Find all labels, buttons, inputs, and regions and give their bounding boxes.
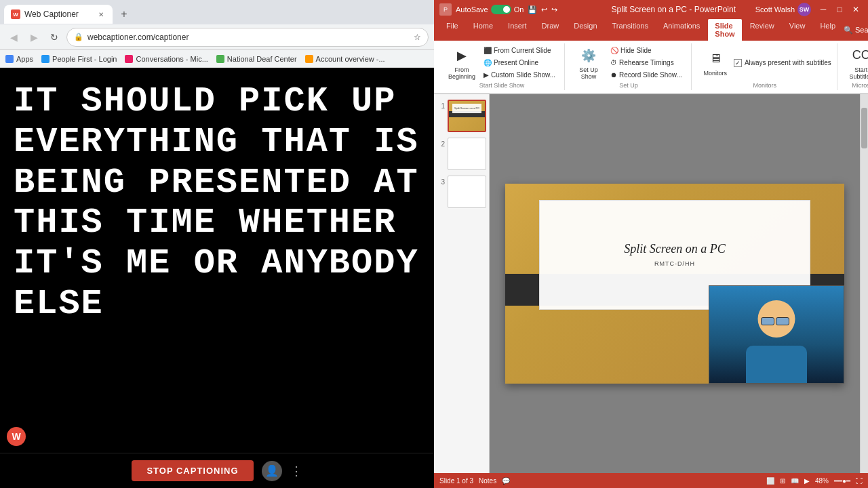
setup-label: Set Up Show [572, 66, 605, 80]
user-avatar-btn[interactable]: 👤 [262, 461, 282, 481]
bookmark-favicon-apps [5, 55, 14, 63]
comments-icon[interactable]: 💬 [502, 477, 510, 485]
person-body [746, 346, 807, 383]
save-icon[interactable]: 💾 [528, 5, 537, 14]
hide-slide-btn[interactable]: 🚫 Hide Slide [607, 45, 686, 56]
redo-icon[interactable]: ↪ [551, 5, 557, 14]
more-options-btn[interactable]: ⋮ [290, 464, 302, 479]
bookmark-label-pf: People First - Login [52, 55, 117, 63]
tab-view[interactable]: View [783, 19, 812, 41]
always-present-label: Always present with subtitles [745, 59, 831, 66]
bookmark-account[interactable]: Account overview -... [305, 55, 385, 63]
ribbon-group-start-slideshow: ▶ From Beginning ⬛ From Current Slide 🌐 … [439, 43, 565, 90]
tab-design[interactable]: Design [567, 19, 604, 41]
view-slide-sorter-btn[interactable]: ⊞ [780, 477, 785, 485]
ribbon-content: ▶ From Beginning ⬛ From Current Slide 🌐 … [434, 41, 868, 94]
slide-scrollbar[interactable] [860, 94, 868, 473]
slide-preview-1[interactable]: Split Screen on a PC [448, 100, 486, 132]
stop-captioning-button[interactable]: STOP CAPTIONING [132, 460, 253, 481]
browser-tab-webcaptioner[interactable]: W Web Captioner ✕ [4, 5, 113, 24]
bookmark-conversations[interactable]: Conversations - Mic... [125, 55, 208, 63]
back-btn[interactable]: ◀ [5, 29, 22, 45]
tab-home[interactable]: Home [467, 19, 500, 41]
user-name: Scott Walsh [755, 5, 795, 14]
slide-preview-2[interactable] [448, 138, 486, 170]
autosave-area: AutoSave On [456, 5, 524, 14]
ppt-window-title: Split Screen on a PC - PowerPoint [597, 5, 750, 14]
from-current-slide-btn[interactable]: ⬛ From Current Slide [480, 45, 559, 56]
notes-btn[interactable]: Notes [479, 477, 496, 485]
slideshow-buttons: ▶ From Beginning ⬛ From Current Slide 🌐 … [445, 45, 559, 81]
monitors-label: Monitors [704, 70, 728, 77]
ribbon-group-monitors: 🖥 Monitors ✓ Always present with subtitl… [693, 43, 837, 90]
bookmark-people-login[interactable]: People First - Login [41, 55, 117, 63]
always-present-row: ✓ Always present with subtitles [734, 59, 831, 67]
undo-icon[interactable]: ↩ [541, 5, 547, 14]
from-current-icon: ⬛ [484, 47, 492, 54]
main-slide-area: Split Screen on a PC RMTC-D/HH [490, 94, 860, 473]
always-present-checkbox[interactable]: ✓ [734, 59, 742, 67]
bookmark-label-acc: Account overview -... [316, 55, 385, 63]
bookmark-ndc[interactable]: National Deaf Center [216, 55, 297, 63]
slide-panel: 1 Split Screen on a PC 2 3 [434, 94, 490, 473]
status-left: Slide 1 of 3 Notes 💬 [439, 477, 510, 485]
autosave-toggle[interactable] [491, 5, 511, 14]
fit-slide-btn[interactable]: ⛶ [856, 477, 863, 485]
webcaptioner-panel: W Web Captioner ✕ + ◀ ▶ ↻ 🔒 webcaptioner… [0, 0, 434, 488]
group-title-setup: Set Up [619, 81, 638, 89]
view-normal-btn[interactable]: ⬜ [766, 477, 774, 485]
view-reading-btn[interactable]: 📖 [791, 477, 799, 485]
slide-count-status: Slide 1 of 3 [439, 477, 473, 485]
address-bar[interactable]: 🔒 webcaptioner.com/captioner ☆ [66, 28, 429, 47]
tab-slideshow[interactable]: Slide Show [708, 19, 741, 41]
bookmark-label-ndc: National Deaf Center [227, 55, 297, 63]
tab-close-btn[interactable]: ✕ [96, 9, 106, 19]
slide-thumb-3: 3 [437, 176, 486, 208]
tab-help[interactable]: Help [813, 19, 842, 41]
tab-draw[interactable]: Draw [535, 19, 566, 41]
group-title-start-slideshow: Start Slide Show [479, 81, 525, 89]
star-icon: ☆ [414, 33, 421, 42]
new-tab-button[interactable]: + [115, 5, 133, 23]
record-label: Record Slide Show... [619, 71, 682, 79]
monitors-btn[interactable]: 🖥 Monitors [698, 45, 732, 81]
tab-favicon: W [11, 9, 20, 19]
ppt-statusbar: Slide 1 of 3 Notes 💬 ⬜ ⊞ 📖 ▶ 48% ━━●━ ⛶ [434, 473, 868, 488]
tab-review[interactable]: Review [743, 19, 781, 41]
zoom-slider[interactable]: ━━●━ [834, 477, 850, 485]
forward-btn[interactable]: ▶ [26, 29, 42, 45]
tab-file[interactable]: File [439, 19, 465, 41]
record-slideshow-btn[interactable]: ⏺ Record Slide Show... [607, 69, 686, 81]
powerpoint-panel: P AutoSave On 💾 ↩ ↪ Split Screen on a PC… [434, 0, 868, 488]
minimize-btn[interactable]: ─ [816, 3, 830, 16]
slide-thumb-1: 1 Split Screen on a PC [437, 100, 486, 132]
search-btn[interactable]: 🔍 🔍 Search [844, 26, 868, 35]
start-subtitles-btn[interactable]: CC Start Subtitles [844, 45, 868, 81]
custom-slideshow-btn[interactable]: ▶ Custom Slide Show... [480, 69, 559, 81]
tab-animations[interactable]: Animations [656, 19, 707, 41]
refresh-btn[interactable]: ↻ [46, 29, 62, 45]
slide-thumb-2: 2 [437, 138, 486, 170]
from-beginning-label: From Beginning [446, 66, 478, 80]
rehearse-btn[interactable]: ⏱ Rehearse Timings [607, 57, 686, 68]
slide-preview-3[interactable] [448, 176, 486, 208]
set-up-show-btn[interactable]: ⚙️ Set Up Show [572, 45, 606, 81]
bookmark-favicon-ndc [216, 55, 224, 63]
ribbon-group-setup: ⚙️ Set Up Show 🚫 Hide Slide ⏱ Rehearse T… [566, 43, 692, 90]
titlebar-left: P AutoSave On 💾 ↩ ↪ [439, 3, 592, 16]
scrollbar-thumb[interactable] [861, 108, 867, 148]
lock-icon: 🔒 [74, 33, 83, 41]
view-presenter-btn[interactable]: ▶ [804, 477, 810, 485]
maximize-btn[interactable]: □ [833, 3, 846, 16]
from-current-label: From Current Slide [494, 47, 551, 54]
ppt-workspace: 1 Split Screen on a PC 2 3 [434, 94, 868, 473]
from-beginning-btn[interactable]: ▶ From Beginning [445, 45, 479, 81]
tab-insert[interactable]: Insert [501, 19, 534, 41]
present-online-btn[interactable]: 🌐 Present Online [480, 57, 559, 68]
caption-text: IT SHOULD PICK UP EVERYTHING THAT IS BEI… [14, 81, 420, 325]
bookmark-apps[interactable]: Apps [5, 55, 33, 63]
close-btn[interactable]: ✕ [849, 3, 863, 16]
search-icon: 🔍 [844, 26, 853, 35]
tab-transitions[interactable]: Transitions [606, 19, 655, 41]
group-title-monitors: Monitors [753, 81, 777, 89]
